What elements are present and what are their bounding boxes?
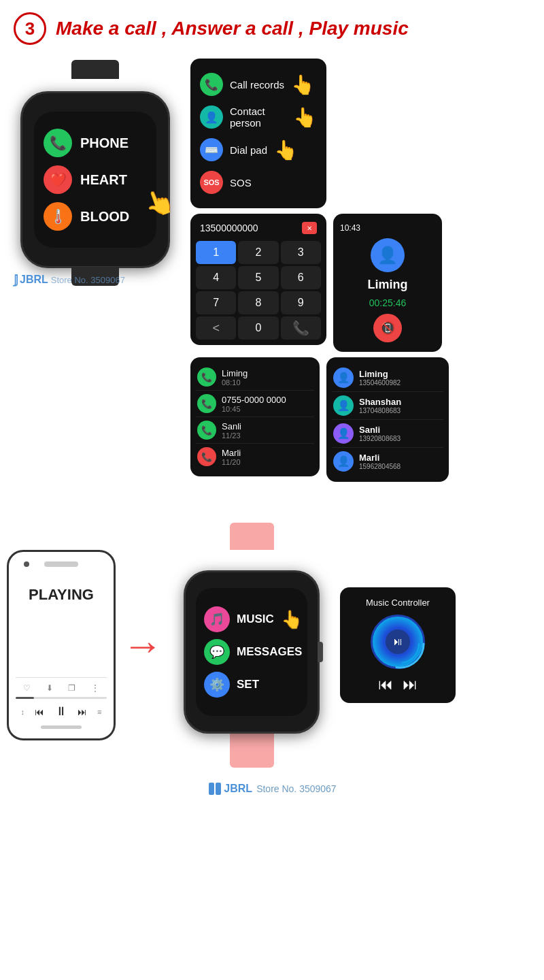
contact-marli[interactable]: 👤 Marli 15962804568 xyxy=(332,448,443,475)
delete-button[interactable]: ✕ xyxy=(302,222,317,234)
phone-label: PHONE xyxy=(80,135,129,151)
call-duration: 00:25:46 xyxy=(369,297,407,308)
record-0755[interactable]: 📞 0755-0000 0000 10:45 xyxy=(196,391,314,417)
contact-shanshan[interactable]: 👤 Shanshan 13704808683 xyxy=(332,392,443,420)
pink-menu-messages[interactable]: 💬 MESSAGES xyxy=(204,639,299,665)
list-icon[interactable]: ≡ xyxy=(97,708,101,716)
pink-menu-music[interactable]: 🎵 MUSIC 👆 xyxy=(204,606,299,632)
dialpad-screen: 13500000000 ✕ 1 2 3 4 5 6 7 8 9 < 0 📞 xyxy=(190,214,326,345)
key-5[interactable]: 5 xyxy=(238,266,278,289)
call-time: 10:43 xyxy=(340,223,360,233)
watch-pink-body: 🎵 MUSIC 👆 💬 MESSAGES ⚙️ SET xyxy=(184,570,320,734)
blood-label: BLOOD xyxy=(80,209,129,225)
share-icon[interactable]: ❐ xyxy=(68,683,75,693)
watch-pink-band-bottom xyxy=(230,734,274,768)
bottom-watermark: JBRL Store No. 3509067 xyxy=(0,774,544,803)
key-4[interactable]: 4 xyxy=(196,266,236,289)
heart-icon: ❤️ xyxy=(44,165,72,194)
download-icon[interactable]: ⬇ xyxy=(46,683,53,693)
record-liming[interactable]: 📞 Liming 08:10 xyxy=(196,364,314,391)
key-9[interactable]: 9 xyxy=(281,291,321,314)
music-disc: ⏯ xyxy=(371,615,425,669)
record-icon-2: 📞 xyxy=(197,394,216,413)
contact-label: Contact person xyxy=(230,105,286,129)
shuffle-icon[interactable]: ↕ xyxy=(21,708,25,716)
key-0[interactable]: 0 xyxy=(238,316,278,340)
next-icon[interactable]: ⏭ xyxy=(78,706,87,717)
store-no: Store No. 3509067 xyxy=(256,783,337,794)
watch-menu-blood: 🌡️ BLOOD xyxy=(44,202,147,231)
key-3[interactable]: 3 xyxy=(281,241,321,264)
hand-pointer-contact: 👆 xyxy=(293,106,317,129)
music-controller-title: Music Controller xyxy=(366,598,430,608)
contact-avatar-1: 👤 xyxy=(333,368,354,388)
progress-fill xyxy=(16,697,34,699)
call-records-label: Call records xyxy=(230,79,284,91)
end-call-button[interactable]: 📵 xyxy=(373,314,402,342)
side-button[interactable] xyxy=(318,642,323,662)
watch-screen: 📞 PHONE ❤️ HEART 🌡️ BLOOD xyxy=(34,112,156,248)
contact-info-3: Sanli 13920808683 xyxy=(359,425,442,442)
incoming-call-screen: 10:43 👤 Liming 00:25:46 📵 xyxy=(333,214,442,352)
arrow-right: → xyxy=(122,622,163,669)
prev-icon[interactable]: ⏮ xyxy=(35,706,44,717)
watch-main: 📞 PHONE ❤️ HEART 🌡️ BLOOD 👆 𝕁 JBRL St xyxy=(7,59,184,287)
jbrl-logo: 𝕁 JBRL xyxy=(14,272,48,287)
record-sanli[interactable]: 📞 Sanli 11/23 xyxy=(196,417,314,444)
screens-row-2: 13500000000 ✕ 1 2 3 4 5 6 7 8 9 < 0 📞 xyxy=(190,214,537,352)
key-8[interactable]: 8 xyxy=(238,291,278,314)
next-track-button[interactable]: ⏭ xyxy=(403,676,418,693)
contact-info-1: Liming 13504600982 xyxy=(359,369,442,387)
more-icon[interactable]: ⋮ xyxy=(91,683,99,693)
phone-mockup: PLAYING ♡ ⬇ ❐ ⋮ ↕ ⏮ ⏸ ⏭ ≡ xyxy=(7,550,116,740)
contact-liming[interactable]: 👤 Liming 13504600982 xyxy=(332,364,443,392)
svg-rect-3 xyxy=(216,783,221,795)
contact-icon: 👤 xyxy=(200,105,223,129)
key-call[interactable]: 📞 xyxy=(281,316,321,340)
svg-point-1 xyxy=(381,625,419,663)
header-title: Make a call , Answer a call , Play music xyxy=(56,18,409,39)
contact-person-item[interactable]: 👤 Contact person 👆 xyxy=(197,101,320,133)
phone-home-bar xyxy=(41,725,82,729)
watch-band-top xyxy=(71,60,119,79)
key-6[interactable]: 6 xyxy=(281,266,321,289)
contact-sanli[interactable]: 👤 Sanli 13920808683 xyxy=(332,420,443,448)
contacts-screen: 👤 Liming 13504600982 👤 Shanshan 13704808… xyxy=(326,357,449,482)
play-pause-icon[interactable]: ⏸ xyxy=(55,704,67,719)
caller-name: Liming xyxy=(368,278,408,292)
call-menu-screen: 📞 Call records 👆 👤 Contact person 👆 ⌨️ D… xyxy=(190,59,326,208)
record-marli[interactable]: 📞 Marli 11/20 xyxy=(196,444,314,470)
watch-menu-heart: ❤️ HEART xyxy=(44,165,147,194)
contact-info-2: Shanshan 13704808683 xyxy=(359,397,442,414)
call-records-item[interactable]: 📞 Call records 👆 xyxy=(197,68,320,101)
hand-pointer-dialpad: 👆 xyxy=(274,139,298,161)
caller-avatar: 👤 xyxy=(371,238,405,272)
pink-menu-set[interactable]: ⚙️ SET xyxy=(204,672,299,698)
dialpad-grid: 1 2 3 4 5 6 7 8 9 < 0 📞 xyxy=(196,241,321,340)
key-back[interactable]: < xyxy=(196,316,236,340)
messages-icon: 💬 xyxy=(204,639,230,665)
key-7[interactable]: 7 xyxy=(196,291,236,314)
key-1[interactable]: 1 xyxy=(196,241,236,264)
right-panel: 📞 Call records 👆 👤 Contact person 👆 ⌨️ D… xyxy=(190,59,537,482)
prev-track-button[interactable]: ⏮ xyxy=(378,676,393,693)
like-icon[interactable]: ♡ xyxy=(23,683,31,693)
svg-rect-2 xyxy=(209,783,214,795)
watch-body: 📞 PHONE ❤️ HEART 🌡️ BLOOD 👆 xyxy=(20,91,170,268)
dialed-number: 13500000000 xyxy=(200,223,258,233)
phone-icon: 📞 xyxy=(44,129,72,157)
sos-item[interactable]: SOS SOS xyxy=(197,166,320,199)
watch-pink-band-top xyxy=(230,523,274,550)
music-label: MUSIC xyxy=(237,612,274,626)
dialpad-item[interactable]: ⌨️ Dial pad 👆 xyxy=(197,133,320,166)
header: 3 Make a call , Answer a call , Play mus… xyxy=(0,0,544,52)
phone-speaker xyxy=(44,561,78,567)
sos-icon: SOS xyxy=(200,171,223,194)
music-controller-screen: Music Controller ⏯ ⏮ ⏭ xyxy=(340,587,456,703)
key-2[interactable]: 2 xyxy=(238,241,278,264)
watch-pink: 🎵 MUSIC 👆 💬 MESSAGES ⚙️ SET xyxy=(170,523,333,768)
top-section: 📞 PHONE ❤️ HEART 🌡️ BLOOD 👆 𝕁 JBRL St xyxy=(0,52,544,489)
messages-label: MESSAGES xyxy=(237,645,302,659)
contact-avatar-4: 👤 xyxy=(333,451,354,472)
record-info-3: Sanli 11/23 xyxy=(222,421,313,440)
